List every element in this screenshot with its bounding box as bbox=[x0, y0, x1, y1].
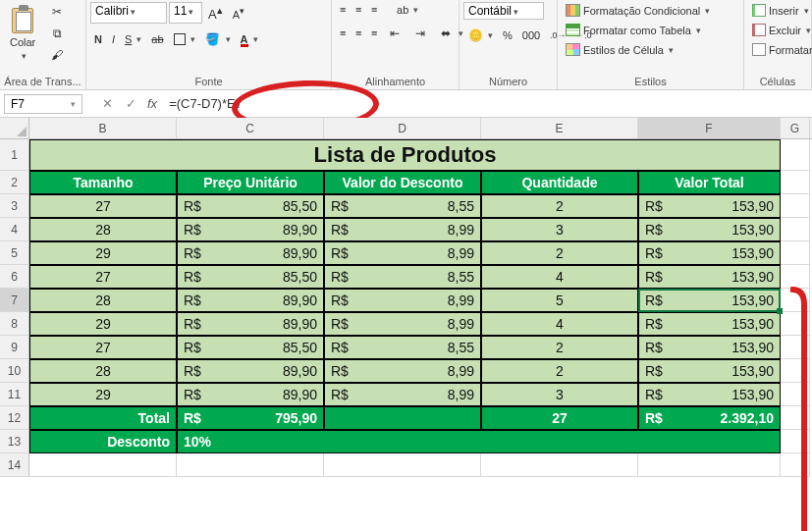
cell-B14[interactable] bbox=[29, 453, 177, 477]
row-header-3[interactable]: 3 bbox=[0, 194, 29, 218]
format-cells-button[interactable]: Formatar bbox=[748, 41, 812, 58]
row-header-8[interactable]: 8 bbox=[0, 312, 29, 336]
row-header-6[interactable]: 6 bbox=[0, 265, 29, 289]
cell-F8[interactable]: R$153,90 bbox=[638, 312, 781, 336]
cell-C3[interactable]: R$85,50 bbox=[177, 194, 324, 218]
cell-C11[interactable]: R$89,90 bbox=[177, 383, 324, 406]
cell-F5[interactable]: R$153,90 bbox=[638, 241, 781, 265]
cell-F6[interactable]: R$153,90 bbox=[638, 265, 781, 289]
col-header-D[interactable]: D bbox=[324, 118, 481, 138]
font-color-button[interactable]: A bbox=[237, 29, 262, 49]
cell-D10[interactable]: R$8,99 bbox=[324, 359, 481, 383]
increase-indent-button[interactable]: ⇥ bbox=[408, 24, 432, 43]
cut-button[interactable]: ✂ bbox=[45, 2, 69, 22]
wrap-text-button[interactable]: ab bbox=[393, 2, 422, 18]
borders-button[interactable] bbox=[170, 29, 199, 49]
cell-D11[interactable]: R$8,99 bbox=[324, 383, 481, 406]
cell-E4[interactable]: 3 bbox=[481, 218, 638, 241]
increase-font-button[interactable]: A▴ bbox=[204, 2, 227, 24]
cell-C4[interactable]: R$89,90 bbox=[177, 218, 324, 241]
cell-G13[interactable] bbox=[781, 430, 810, 453]
cell-G9[interactable] bbox=[781, 336, 810, 359]
cell-D3[interactable]: R$8,55 bbox=[324, 194, 481, 218]
cell-G10[interactable] bbox=[781, 359, 810, 383]
cell-B7[interactable]: 28 bbox=[29, 289, 177, 312]
cell-E5[interactable]: 2 bbox=[481, 241, 638, 265]
discount-value-cell[interactable]: 10% bbox=[177, 430, 781, 453]
cell-E3[interactable]: 2 bbox=[481, 194, 638, 218]
col-header-C[interactable]: C bbox=[177, 118, 324, 138]
cell-C9[interactable]: R$85,50 bbox=[177, 336, 324, 359]
cancel-formula-button[interactable]: ✕ bbox=[96, 93, 118, 115]
cell-G2[interactable] bbox=[781, 171, 810, 194]
cell-C6[interactable]: R$85,50 bbox=[177, 265, 324, 289]
decrease-font-button[interactable]: A▾ bbox=[229, 2, 248, 24]
accept-formula-button[interactable]: ✓ bbox=[120, 93, 141, 115]
title-cell[interactable]: Lista de Produtos bbox=[29, 139, 781, 171]
row-header-7[interactable]: 7 bbox=[0, 289, 29, 312]
row-header-9[interactable]: 9 bbox=[0, 336, 29, 359]
col-header-G[interactable]: G bbox=[781, 118, 810, 138]
cell-D14[interactable] bbox=[324, 453, 481, 477]
format-as-table-button[interactable]: Formatar como Tabela bbox=[562, 22, 705, 38]
cell-D8[interactable]: R$8,99 bbox=[324, 312, 481, 336]
cell-E9[interactable]: 2 bbox=[481, 336, 638, 359]
cell-B9[interactable]: 27 bbox=[29, 336, 177, 359]
paste-button[interactable]: Colar bbox=[4, 2, 41, 63]
row-header-14[interactable]: 14 bbox=[0, 453, 29, 477]
cell-D4[interactable]: R$8,99 bbox=[324, 218, 481, 241]
header-desconto[interactable]: Valor do Desconto bbox=[324, 171, 481, 194]
cell-E10[interactable]: 2 bbox=[481, 359, 638, 383]
total-disc-cell[interactable] bbox=[324, 406, 481, 430]
cell-G5[interactable] bbox=[781, 241, 810, 265]
cell-styles-button[interactable]: Estilos de Célula bbox=[562, 41, 677, 58]
underline-button[interactable]: S bbox=[121, 29, 145, 49]
align-middle-button[interactable]: ≡ bbox=[352, 2, 365, 18]
total-qty-cell[interactable]: 27 bbox=[481, 406, 638, 430]
delete-cells-button[interactable]: Excluir bbox=[748, 22, 812, 38]
decrease-indent-button[interactable]: ⇤ bbox=[383, 24, 406, 43]
cell-F7[interactable]: R$153,90 bbox=[638, 289, 781, 312]
cell-G14[interactable] bbox=[781, 453, 810, 477]
cell-D5[interactable]: R$8,99 bbox=[324, 241, 481, 265]
comma-button[interactable]: 000 bbox=[518, 26, 544, 45]
percent-button[interactable]: % bbox=[499, 26, 516, 45]
col-header-F[interactable]: F bbox=[638, 118, 781, 138]
number-format-select[interactable]: Contábil bbox=[463, 2, 544, 20]
cell-G1[interactable] bbox=[781, 139, 810, 171]
cell-D9[interactable]: R$8,55 bbox=[324, 336, 481, 359]
fx-button[interactable]: fx bbox=[143, 96, 161, 111]
cell-B11[interactable]: 29 bbox=[29, 383, 177, 406]
cell-G6[interactable] bbox=[781, 265, 810, 289]
row-header-12[interactable]: 12 bbox=[0, 406, 29, 430]
cell-C7[interactable]: R$89,90 bbox=[177, 289, 324, 312]
cell-G7[interactable] bbox=[781, 289, 810, 312]
cell-F9[interactable]: R$153,90 bbox=[638, 336, 781, 359]
col-header-B[interactable]: B bbox=[29, 118, 177, 138]
cell-C14[interactable] bbox=[177, 453, 324, 477]
cell-B8[interactable]: 29 bbox=[29, 312, 177, 336]
cell-F3[interactable]: R$153,90 bbox=[638, 194, 781, 218]
cell-F4[interactable]: R$153,90 bbox=[638, 218, 781, 241]
row-header-13[interactable]: 13 bbox=[0, 430, 29, 453]
cell-E14[interactable] bbox=[481, 453, 638, 477]
cell-D6[interactable]: R$8,55 bbox=[324, 265, 481, 289]
row-header-4[interactable]: 4 bbox=[0, 218, 29, 241]
align-right-button[interactable]: ≡ bbox=[367, 24, 381, 43]
align-top-button[interactable]: ≡ bbox=[336, 2, 350, 18]
col-header-E[interactable]: E bbox=[481, 118, 638, 138]
cell-C5[interactable]: R$89,90 bbox=[177, 241, 324, 265]
align-center-button[interactable]: ≡ bbox=[352, 24, 365, 43]
grand-total-cell[interactable]: R$2.392,10 bbox=[638, 406, 781, 430]
row-header-1[interactable]: 1 bbox=[0, 139, 29, 171]
discount-label-cell[interactable]: Desconto bbox=[29, 430, 177, 453]
formula-input[interactable]: =(C7-D7)*E7 bbox=[163, 94, 808, 113]
name-box[interactable]: F7 ▾ bbox=[4, 94, 82, 114]
total-label-cell[interactable]: Total bbox=[29, 406, 177, 430]
cell-F14[interactable] bbox=[638, 453, 781, 477]
cell-F10[interactable]: R$153,90 bbox=[638, 359, 781, 383]
copy-button[interactable]: ⧉ bbox=[45, 24, 69, 43]
header-tamanho[interactable]: Tamanho bbox=[29, 171, 177, 194]
insert-cells-button[interactable]: Inserir bbox=[748, 2, 812, 19]
header-preco[interactable]: Preço Unitário bbox=[177, 171, 324, 194]
